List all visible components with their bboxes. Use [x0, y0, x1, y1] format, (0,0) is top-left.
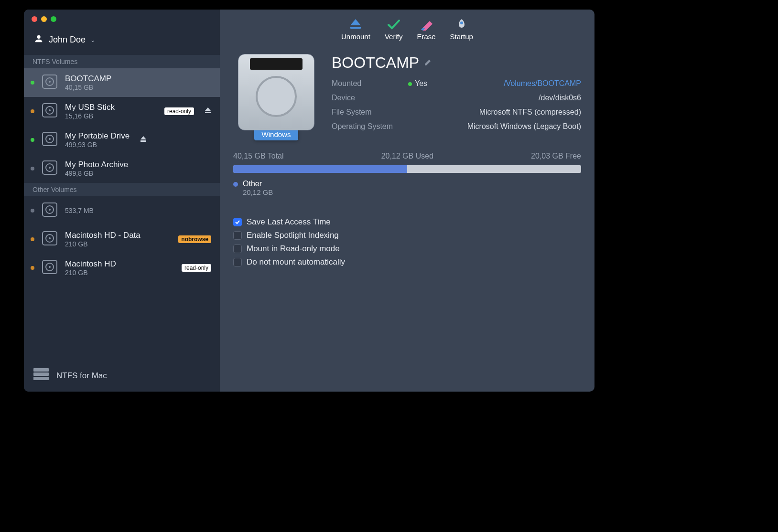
- volume-size: 40,15 GB: [65, 84, 111, 91]
- mounted-label: Mounted: [332, 79, 403, 88]
- mount-option[interactable]: Do not mount automatically: [233, 257, 581, 267]
- volume-item[interactable]: My USB Stick 15,16 GB read-only: [24, 97, 220, 126]
- sidebar: John Doe ⌄ NTFS Volumes BOOTCAMP 40,15 G…: [24, 10, 220, 392]
- eject-button[interactable]: [140, 136, 147, 144]
- mount-option[interactable]: Mount in Read-only mode: [233, 244, 581, 254]
- drive-icon: [41, 201, 58, 220]
- svg-rect-23: [33, 377, 49, 380]
- window-controls: [24, 10, 220, 22]
- legend-value: 20,12 GB: [243, 188, 273, 196]
- volume-size: 15,16 GB: [65, 112, 115, 120]
- info-grid: Mounted Yes /Volumes/BOOTCAMP Device /de…: [332, 79, 581, 131]
- drive-icon: [41, 102, 58, 121]
- os-value: Microsoft Windows (Legacy Boot): [467, 122, 581, 131]
- user-icon: [33, 33, 44, 46]
- volume-item[interactable]: Macintosh HD - Data 210 GB nobrowse: [24, 225, 220, 254]
- close-icon[interactable]: [32, 16, 37, 22]
- stack-icon: [33, 368, 49, 383]
- volume-size: 499,8 GB: [65, 170, 128, 177]
- disk-icon: [238, 54, 314, 130]
- status-dot-icon: [31, 266, 34, 270]
- main-pane: Unmount Verify Erase Startup Windows: [220, 10, 594, 392]
- drive-icon: [41, 130, 58, 149]
- ntfs-volume-list: BOOTCAMP 40,15 GB My USB Stick 15,16 GB …: [24, 68, 220, 183]
- option-label: Do not mount automatically: [247, 257, 345, 267]
- svg-point-5: [49, 109, 51, 111]
- startup-label: Startup: [450, 32, 473, 41]
- mount-option[interactable]: Enable Spotlight Indexing: [233, 231, 581, 240]
- mounted-value: Yes: [415, 79, 427, 87]
- status-dot-icon: [31, 109, 34, 113]
- checkbox-icon[interactable]: [233, 231, 242, 240]
- fs-label: File System: [332, 108, 403, 117]
- toolbar: Unmount Verify Erase Startup: [220, 10, 594, 45]
- volume-size: 499,93 GB: [65, 141, 130, 149]
- eject-button[interactable]: [205, 107, 211, 116]
- volume-size: 210 GB: [65, 269, 116, 277]
- svg-point-11: [49, 167, 51, 169]
- user-menu[interactable]: John Doe ⌄: [24, 22, 220, 55]
- volume-badge: nobrowse: [178, 235, 211, 243]
- volume-size: 533,7 MB: [65, 207, 94, 214]
- mount-options: Save Last Access TimeEnable Spotlight In…: [233, 217, 581, 267]
- svg-point-8: [49, 138, 51, 140]
- checkbox-icon[interactable]: [233, 258, 242, 266]
- volume-name: My Photo Archive: [65, 160, 128, 170]
- volume-item[interactable]: 533,7 MB: [24, 196, 220, 225]
- checkbox-icon[interactable]: [233, 245, 242, 253]
- svg-rect-24: [350, 27, 361, 29]
- volume-badge: read-only: [182, 264, 211, 272]
- volume-name: BOOTCAMP: [65, 74, 111, 84]
- svg-point-17: [49, 237, 51, 239]
- verify-button[interactable]: Verify: [385, 18, 403, 41]
- status-dot-icon: [31, 81, 34, 85]
- volume-name: My USB Stick: [65, 103, 115, 112]
- mount-path[interactable]: /Volumes/BOOTCAMP: [467, 79, 581, 88]
- volume-item[interactable]: Macintosh HD 210 GB read-only: [24, 254, 220, 282]
- fullscreen-icon[interactable]: [51, 16, 56, 22]
- drive-icon: [41, 230, 58, 249]
- svg-point-2: [49, 81, 51, 83]
- device-label: Device: [332, 94, 403, 102]
- volume-info: BOOTCAMP Mounted Yes /Volumes/BOOTCAMP D…: [332, 54, 581, 131]
- drive-icon: [41, 258, 58, 277]
- sidebar-footer[interactable]: NTFS for Mac: [24, 360, 220, 392]
- svg-point-20: [49, 266, 51, 268]
- volume-name: Macintosh HD: [65, 259, 116, 269]
- status-dot-icon: [31, 138, 34, 142]
- volume-item[interactable]: My Photo Archive 499,8 GB: [24, 154, 220, 183]
- volume-title: BOOTCAMP: [332, 54, 419, 72]
- other-volume-list: 533,7 MB Macintosh HD - Data 210 GB nobr…: [24, 196, 220, 282]
- status-dot-icon: [31, 167, 34, 170]
- startup-button[interactable]: Startup: [450, 18, 473, 41]
- svg-rect-22: [33, 372, 49, 376]
- user-name: John Doe: [49, 35, 86, 45]
- option-label: Enable Spotlight Indexing: [247, 231, 339, 240]
- volume-item[interactable]: BOOTCAMP 40,15 GB: [24, 68, 220, 97]
- drive-icon: [41, 159, 58, 178]
- device-value: /dev/disk0s6: [467, 94, 581, 102]
- volume-badge: read-only: [164, 107, 194, 115]
- mount-option[interactable]: Save Last Access Time: [233, 217, 581, 227]
- status-dot-icon: [408, 82, 412, 86]
- checkbox-icon[interactable]: [233, 218, 242, 226]
- volume-name: My Portable Drive: [65, 131, 130, 141]
- rename-button[interactable]: [424, 58, 432, 68]
- svg-rect-21: [33, 368, 49, 372]
- volume-hero: Windows BOOTCAMP Mounted Yes /Volumes/BO…: [233, 54, 581, 140]
- erase-button[interactable]: Erase: [417, 18, 435, 41]
- volume-item[interactable]: My Portable Drive 499,93 GB: [24, 126, 220, 154]
- usage-bar-used: [233, 165, 407, 173]
- os-label: Operating System: [332, 122, 403, 131]
- footer-label: NTFS for Mac: [56, 371, 107, 381]
- drive-icon: [41, 73, 58, 92]
- unmount-button[interactable]: Unmount: [341, 18, 370, 41]
- section-header-other: Other Volumes: [24, 183, 220, 196]
- minimize-icon[interactable]: [41, 16, 47, 22]
- usage-total: 40,15 GB Total: [233, 152, 284, 160]
- chevron-down-icon: ⌄: [90, 37, 95, 43]
- legend-swatch-icon: [233, 182, 238, 187]
- fs-value: Microsoft NTFS (compressed): [467, 108, 581, 117]
- erase-label: Erase: [417, 32, 435, 41]
- usage-bar: [233, 165, 581, 173]
